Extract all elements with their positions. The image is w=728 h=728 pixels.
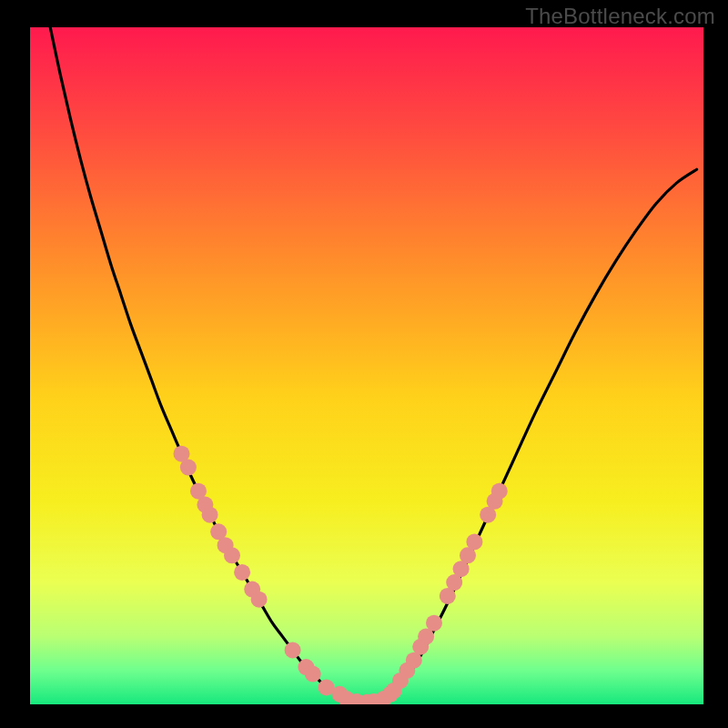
- data-point: [202, 507, 218, 523]
- gradient-background: [30, 27, 703, 704]
- data-point: [491, 483, 508, 500]
- data-point: [224, 547, 240, 563]
- data-point: [285, 642, 301, 658]
- watermark-text: TheBottleneck.com: [525, 4, 715, 29]
- data-point: [251, 592, 268, 608]
- data-point: [234, 564, 250, 581]
- data-point: [180, 460, 197, 476]
- data-point: [305, 666, 321, 682]
- bottleneck-curve-chart: [30, 27, 703, 704]
- data-point: [466, 533, 482, 550]
- chart-frame: TheBottleneck.com: [0, 0, 728, 728]
- data-point: [426, 615, 442, 632]
- plot-area: [30, 27, 703, 704]
